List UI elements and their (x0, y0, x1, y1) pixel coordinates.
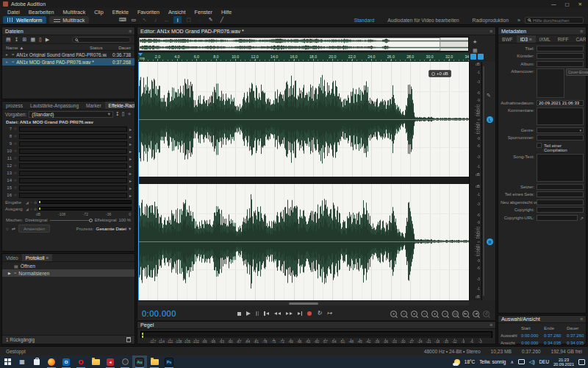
timecode-display[interactable]: 0:00.000 (142, 309, 208, 318)
panel-menu-icon[interactable]: ≡ (490, 29, 492, 34)
panel-menu-icon[interactable]: ≡ (580, 29, 583, 34)
effect-slot-field[interactable] (19, 163, 127, 169)
effect-slot-field[interactable] (19, 156, 127, 161)
mix-slider[interactable] (50, 220, 93, 221)
close-button[interactable]: ✕ (578, 1, 582, 7)
photoshop-icon[interactable]: Ps (162, 355, 176, 368)
effect-slot-14[interactable]: 14○▸ (2, 177, 135, 184)
effect-slot-field[interactable] (19, 171, 127, 176)
keyboard-icon[interactable]: ⌨ (118, 16, 126, 24)
field-textarea[interactable] (537, 107, 584, 125)
metadata-tab-4[interactable]: CART (572, 35, 586, 43)
task-view-button[interactable]: ▦ (15, 355, 29, 368)
clock-icon[interactable]: ◔ (30, 207, 32, 211)
fader-icon[interactable]: ◢ (26, 200, 29, 205)
power-icon[interactable]: ○ (14, 149, 17, 153)
history-tab-0[interactable]: Video (2, 254, 22, 261)
power-icon[interactable]: ○ (14, 141, 17, 146)
power-icon[interactable]: ○ (14, 163, 17, 168)
effects-tab-1[interactable]: Lautstärke-Anpassung (26, 102, 82, 109)
column-name[interactable]: Name ▲ (6, 45, 90, 50)
compilation-checkbox[interactable] (537, 143, 542, 148)
opera-icon[interactable]: O (74, 355, 88, 368)
overview-canvas[interactable] (139, 38, 468, 51)
bypass-icon[interactable]: ⊘ (34, 207, 37, 211)
waveform-overview[interactable] (138, 37, 469, 52)
menu-item-6[interactable]: Ansicht (164, 9, 190, 15)
star-icon[interactable]: ★ (473, 39, 478, 45)
effect-slot-field[interactable] (19, 127, 127, 132)
delete-preset-icon[interactable]: ▯ (122, 111, 125, 117)
metadata-tab-0[interactable]: BWF (498, 35, 517, 43)
marquee-selection-tool-icon[interactable]: ▢ (184, 16, 193, 24)
audition-icon[interactable]: Au (132, 355, 147, 368)
field-input[interactable] (537, 46, 584, 52)
effect-slot-9[interactable]: 9○▸ (2, 140, 135, 147)
effect-slot-15[interactable]: 15○▸ (2, 184, 135, 191)
zoom-out-amplitude-button[interactable]: − (442, 311, 448, 317)
waveform-canvas[interactable] (138, 62, 469, 300)
notification-center-icon[interactable] (578, 359, 585, 365)
vertical-scrollbar[interactable] (483, 66, 484, 296)
workspace-tab-2[interactable]: Radioproduktion (467, 18, 515, 23)
menu-item-7[interactable]: Fenster (190, 9, 217, 15)
menu-item-4[interactable]: Effekte (108, 9, 133, 15)
disclosure-icon[interactable]: ▸ (6, 52, 10, 57)
effect-slot-16[interactable]: 16○▸ (2, 191, 135, 199)
zoom-in-button[interactable]: + (390, 311, 397, 317)
horizontal-scrollbar[interactable] (138, 302, 469, 305)
slot-arrow-icon[interactable]: ▸ (129, 156, 132, 161)
tray-chevron-icon[interactable]: ∧ (510, 359, 513, 364)
slot-arrow-icon[interactable]: ▸ (129, 141, 132, 146)
zoom-to-selection-button[interactable]: ▭ (452, 311, 459, 317)
column-duration[interactable]: Dauer (109, 45, 131, 50)
selection-value[interactable]: 0:37.260 (567, 333, 587, 338)
menu-item-2[interactable]: Multitrack (59, 9, 90, 15)
fast-forward-button[interactable] (286, 311, 293, 316)
file-row-1[interactable]: ▸≈AN1x MOD Grand PAD-PR076.wav *0:37.268 (2, 58, 135, 66)
workspace-tab-0[interactable]: Standard (348, 18, 381, 23)
gain-knob-icon[interactable] (431, 72, 435, 76)
firefox-icon[interactable] (44, 355, 59, 368)
selection-value[interactable]: 0:34.035 (567, 341, 587, 345)
snap-toggle-button[interactable] (470, 54, 476, 60)
zoom-in-time-button[interactable]: + (411, 311, 417, 317)
razor-tool-icon[interactable]: / (151, 16, 159, 24)
zoom-reset-button[interactable]: ↺ (483, 311, 490, 317)
skip-selection-button[interactable]: ↦ (327, 311, 332, 316)
slot-arrow-icon[interactable]: ▸ (129, 178, 132, 183)
zoom-out-time-button[interactable]: − (421, 311, 428, 317)
skip-to-start-button[interactable] (264, 311, 269, 316)
rack-power-icon[interactable]: ○ (6, 226, 9, 231)
scrollbar-thumb[interactable] (289, 302, 318, 305)
clock-app-icon[interactable] (118, 355, 132, 368)
slot-arrow-icon[interactable]: ▸ (129, 193, 132, 198)
preset-dropdown[interactable]: (Standard)▾ (29, 111, 113, 118)
slip-tool-icon[interactable]: ↔ (162, 16, 171, 24)
field-input[interactable] (537, 199, 584, 205)
time-selection-tool-icon[interactable]: I (173, 16, 182, 24)
zoom-out-button[interactable]: − (401, 311, 407, 317)
timeline-ruler[interactable]: ms 2.04.06.08.010.012.014.016.018.020.02… (138, 53, 469, 61)
rewind-button[interactable] (274, 311, 281, 316)
media-browser-icon[interactable]: ▦ (30, 37, 35, 43)
slot-arrow-icon[interactable]: ▸ (129, 127, 132, 132)
slot-arrow-icon[interactable]: ▸ (129, 134, 132, 139)
lasso-selection-tool-icon[interactable]: ◌ (196, 16, 204, 24)
minimize-button[interactable]: — (551, 1, 556, 7)
selection-value[interactable]: 0:00.000 (521, 341, 544, 345)
effects-tab-2[interactable]: Marker (82, 102, 105, 109)
weather-icon[interactable] (454, 359, 460, 365)
column-status[interactable]: Status (90, 45, 109, 50)
play-button[interactable] (246, 311, 251, 316)
move-tool-icon[interactable]: ↖ (140, 16, 148, 24)
field-input[interactable] (537, 61, 584, 67)
history-tab-1[interactable]: Protokoll≡ (22, 254, 53, 261)
playhead-marker[interactable] (138, 53, 143, 56)
outlook-icon[interactable]: O (59, 355, 74, 368)
field-textarea[interactable] (537, 154, 584, 182)
field-input[interactable] (537, 184, 584, 190)
apply-button[interactable]: Anwenden (18, 224, 50, 233)
waveform-view-button[interactable]: Wellenform (3, 16, 46, 24)
power-icon[interactable]: ○ (14, 127, 17, 131)
